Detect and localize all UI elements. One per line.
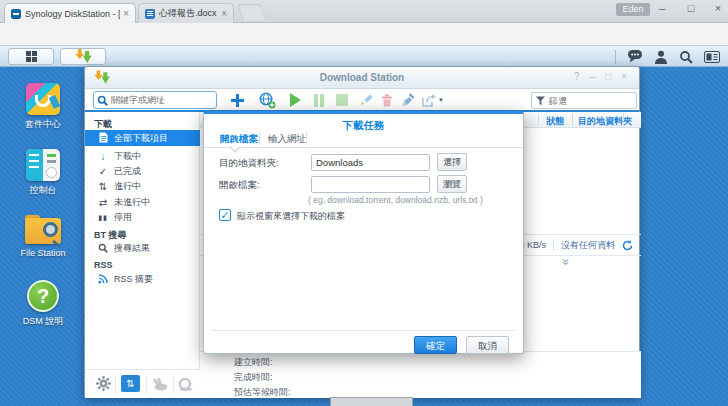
clear-completed-button[interactable] (398, 91, 418, 109)
show-window-checkbox[interactable]: ✓ (219, 209, 231, 221)
new-tab-button[interactable] (237, 4, 267, 21)
dsm-desktop: 套件中心 控制台 File Station ? DSM 說明 Download … (0, 46, 728, 406)
plus-icon (231, 94, 244, 107)
window-maximize-button[interactable]: □ (681, 0, 701, 17)
sidebar-item-all-downloads[interactable]: 全部下載項目 (85, 130, 200, 146)
detail-label-created: 建立時間: (234, 356, 273, 369)
tab-open-file[interactable]: 開啟檔案 (220, 133, 258, 146)
window-close-button[interactable]: × (708, 0, 728, 17)
speed-rabbit-icon[interactable] (152, 378, 169, 391)
desktop-icon-file-station[interactable]: File Station (13, 215, 73, 258)
collapse-panel-icon[interactable]: « (558, 261, 572, 266)
sidebar-item-completed[interactable]: ✓ 已完成 (85, 164, 200, 179)
sidebar-item-downloading[interactable]: ↓ 下載中 (85, 149, 200, 164)
ds-filter-box[interactable] (531, 92, 637, 109)
tab-separator (306, 132, 307, 145)
notifications-chat-icon[interactable] (627, 49, 643, 64)
synology-favicon (11, 9, 21, 19)
ds-close-icon[interactable]: × (621, 71, 627, 82)
ok-button[interactable]: 確定 (414, 336, 457, 354)
broom-icon (401, 93, 415, 107)
desktop-icon-control-panel[interactable]: 控制台 (13, 149, 73, 197)
dsm-help-icon: ? (27, 280, 59, 312)
column-separator (623, 114, 624, 126)
window-minimize-button[interactable]: – (652, 0, 672, 17)
edit-button[interactable] (355, 91, 375, 109)
profile-badge[interactable]: Eden (616, 3, 650, 16)
user-account-icon[interactable] (654, 50, 668, 64)
ds-maximize-icon[interactable]: □ (605, 71, 611, 82)
detail-label-completed: 完成時間: (234, 371, 273, 384)
add-task-button[interactable] (227, 91, 247, 109)
sidebar-item-rss-feeds[interactable]: RSS 摘要 (85, 272, 200, 287)
desktop-icon-package-center[interactable]: 套件中心 (13, 83, 73, 131)
pause-bars-icon: ▮▮ (97, 214, 109, 222)
settings-gear-icon[interactable] (96, 376, 111, 391)
column-status[interactable]: 狀態 (546, 115, 564, 128)
statistics-button[interactable]: ⇅ (121, 375, 140, 392)
delete-button[interactable] (377, 91, 397, 109)
task-details-pane: 建立時間: 完成時間: 預估等候時間: (200, 351, 641, 398)
ds-toolbar: ▼ (85, 89, 639, 111)
speed-snail-icon[interactable] (178, 377, 193, 391)
download-station-task-button[interactable] (60, 48, 106, 65)
cancel-button[interactable]: 取消 (466, 336, 509, 354)
stop-button[interactable] (332, 91, 352, 109)
word-doc-icon (145, 9, 155, 19)
destination-input[interactable] (311, 154, 430, 171)
browser-tabstrip: Synology DiskStation - [ × 心得報告.docx × E… (0, 0, 728, 23)
down-arrow-icon: ↓ (97, 151, 109, 162)
tab-close-icon[interactable]: × (221, 8, 227, 19)
browse-button[interactable]: 瀏覽 (437, 175, 467, 193)
file-station-icon (25, 215, 61, 245)
traffic-icon: ⇅ (126, 378, 134, 389)
cutoff-tooltip (330, 397, 413, 406)
ds-help-icon[interactable]: ? (574, 71, 580, 82)
destination-label: 目的地資料夾: (219, 157, 279, 170)
sidebar-item-active[interactable]: ⇅ 進行中 (85, 179, 200, 194)
select-folder-button[interactable]: 選擇 (437, 153, 467, 171)
ds-bottom-toolbar: ⇅ (85, 369, 200, 398)
sidebar-item-inactive[interactable]: ⇄ 未進行中 (85, 195, 200, 210)
checkbox-label[interactable]: 顯示視窗來選擇下載的檔案 (237, 210, 345, 223)
sidebar-item-search-results[interactable]: 搜尋結果 (85, 241, 200, 256)
tab-close-icon[interactable]: × (123, 8, 129, 19)
main-menu-button[interactable] (8, 48, 54, 65)
ds-search-input[interactable] (111, 95, 201, 105)
browser-tab-active[interactable]: Synology DiskStation - [ × (4, 3, 136, 23)
taskbar-separator (615, 50, 616, 64)
pause-icon (314, 94, 324, 107)
footer-divider (212, 330, 515, 331)
resume-button[interactable] (285, 91, 305, 109)
swap-arrows-icon: ⇄ (97, 197, 109, 208)
check-icon: ✓ (97, 166, 109, 177)
funnel-icon (536, 96, 545, 106)
column-separator (572, 114, 573, 126)
desktop-icon-label: 控制台 (13, 184, 73, 197)
ds-search-box[interactable] (93, 91, 217, 109)
pause-button[interactable] (309, 91, 329, 109)
tab-title: 心得報告.docx (159, 7, 218, 20)
download-station-window: Download Station ? – □ × (84, 66, 640, 397)
document-icon (97, 132, 109, 145)
desktop-icon-dsm-help[interactable]: ? DSM 說明 (13, 280, 73, 328)
ds-titlebar[interactable]: Download Station ? – □ × (85, 67, 639, 89)
file-types-hint: ( eg. download.torrent, download.nzb, ur… (308, 195, 483, 205)
share-menu-button[interactable]: ▼ (419, 91, 447, 109)
refresh-icon[interactable] (622, 240, 633, 251)
download-task-dialog: 下載任務 開啟檔案 輸入網址 目的地資料夾: 選擇 開啟檔案: 瀏覽 ( eg.… (203, 111, 524, 354)
ds-filter-input[interactable] (549, 96, 629, 106)
dialog-title: 下載任務 (204, 119, 523, 133)
tab-enter-url[interactable]: 輸入網址 (268, 133, 306, 146)
sidebar-item-stopped[interactable]: ▮▮ 停用 (85, 210, 200, 225)
add-url-button[interactable] (257, 91, 277, 109)
updown-arrows-icon: ⇅ (97, 181, 109, 192)
ds-minimize-icon[interactable]: – (590, 71, 596, 82)
sidebar-item-label: RSS 摘要 (114, 273, 153, 286)
search-icon[interactable] (679, 50, 693, 64)
pilot-view-icon[interactable] (704, 51, 720, 63)
magnifier-icon (97, 243, 109, 255)
open-file-input[interactable] (311, 176, 430, 193)
browser-tab-docx[interactable]: 心得報告.docx × (138, 3, 234, 23)
ds-sidebar: 下載 全部下載項目 ↓ 下載中 ✓ 已完成 ⇅ 進行中 ⇄ 未進行中 (85, 112, 200, 369)
